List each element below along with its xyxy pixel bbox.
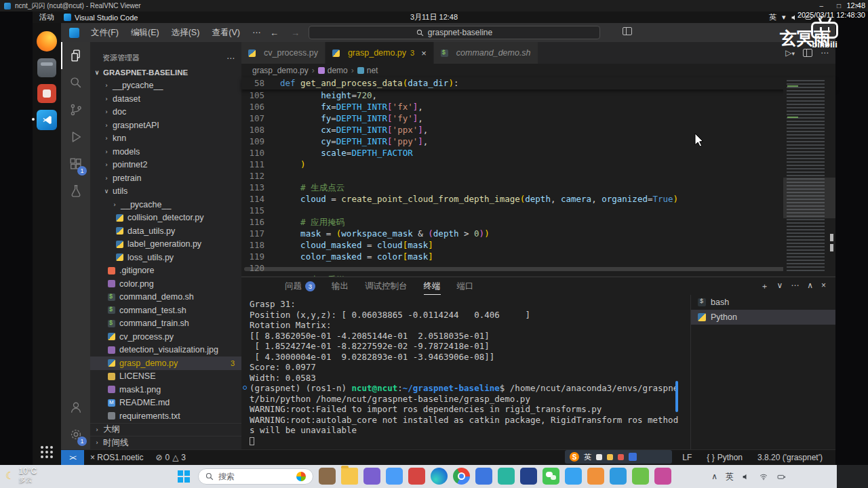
source-control-icon[interactable] [61,96,90,123]
tab-command_demo.sh[interactable]: command_demo.sh [434,42,538,64]
sogou-toolbox-icon[interactable] [629,453,637,461]
explorer-item-GRASPNET-BASELINE[interactable]: ∨GRASPNET-BASELINE [90,66,241,79]
recorder-app-icon[interactable] [37,84,56,103]
explorer-item-pointnet2[interactable]: ›pointnet2 [90,159,241,172]
explorer-item-mask1.png[interactable]: mask1.png [90,383,241,396]
test-explorer-icon[interactable] [61,178,90,205]
vscode-dock-icon[interactable] [37,110,57,130]
code-editor[interactable]: 105 height=720,106 fx=DEPTH_INTR['fx'],1… [241,89,835,277]
explorer-item-command_train.sh[interactable]: command_train.sh [90,317,241,331]
panel-tab-调试控制台[interactable]: 调试控制台 [365,277,408,295]
layout-panel-icon[interactable] [623,27,632,35]
horizontal-scrollbar[interactable] [244,267,787,271]
new-terminal-icon[interactable]: ＋ [760,281,768,292]
terminal-scrollbar[interactable] [675,381,678,412]
code-line-112[interactable]: 112 [241,170,835,182]
menu-编辑(E)[interactable]: 编辑(E) [125,23,165,42]
panel-more-icon[interactable]: ⋯ [791,281,799,292]
explorer-item-大纲[interactable]: ›大纲 [90,423,241,436]
tab-cv_process.py[interactable]: cv_process.py [241,42,326,64]
sogou-input-bar[interactable]: S 英 [565,450,672,464]
keyboard-icon[interactable] [596,454,602,460]
language-status[interactable]: { }Python [701,453,749,462]
chat-app-icon[interactable] [386,468,403,485]
weather-widget[interactable]: ☾ 10°C 多云 [5,467,37,484]
files-app-icon[interactable] [37,58,56,77]
sogou-lang-indicator[interactable]: 英 [584,452,591,462]
panel-tab-终端[interactable]: 终端 [424,277,441,295]
forward-icon[interactable]: → [291,28,300,38]
menu-more[interactable]: ⋯ [246,23,267,42]
volume-icon[interactable] [742,472,751,481]
close-panel-icon[interactable]: × [821,281,826,292]
code-line-108[interactable]: 108 cx=DEPTH_INTR['ppx'], [241,124,835,136]
terminal-profile-dropdown-icon[interactable]: ∨ [776,281,783,292]
code-line-106[interactable]: 106 fx=DEPTH_INTR['fx'], [241,101,835,113]
breadcrumb-demo[interactable]: demo [318,66,348,75]
panel-tab-问题[interactable]: 问题3 [285,277,315,295]
explorer-item-command_demo.sh[interactable]: command_demo.sh [90,291,241,304]
breadcrumb-net[interactable]: net [357,66,378,75]
menu-查看(V)[interactable]: 查看(V) [205,23,246,42]
explorer-item-models[interactable]: ›models [90,145,241,159]
explorer-item-label_generation.py[interactable]: label_generation.py [90,238,241,251]
explorer-item-pretrain[interactable]: ›pretrain [90,171,241,185]
explorer-item-cv_process.py[interactable]: cv_process.py [90,330,241,344]
explorer-view-icon[interactable] [61,42,90,69]
maximize-panel-icon[interactable]: ∧ [807,281,813,292]
minimap[interactable] [783,77,835,277]
qq-icon[interactable] [565,468,582,485]
panel-tab-输出[interactable]: 输出 [332,277,349,295]
command-center-search[interactable]: graspnet-baseline [309,26,600,39]
app-icon-navy[interactable] [520,468,537,485]
eol-status[interactable]: LF [676,453,698,462]
input-method-indicator[interactable]: 英 [769,12,776,22]
sogou-logo-icon[interactable]: S [570,452,579,462]
tab-close-icon[interactable]: × [421,48,427,58]
chrome-browser-icon[interactable] [453,468,470,485]
code-line-110[interactable]: 110 scale=DEPTH_FACTOR [241,147,835,159]
explorer-item-dataset[interactable]: ›dataset [90,92,241,106]
app-icon-red[interactable] [408,468,425,485]
browser-app-icon[interactable] [475,468,492,485]
run-python-file-icon[interactable]: ▷▾ [785,48,795,58]
explorer-item-utils[interactable]: ∨utils [90,185,241,199]
code-line-109[interactable]: 109 cy=DEPTH_INTR['ppy'], [241,136,835,147]
start-button[interactable] [178,470,190,483]
sticky-line[interactable]: 58def get_and_process_data(data_dir): [241,77,835,89]
firefox-icon[interactable] [37,31,57,52]
activities-button[interactable]: 活动 [39,12,54,22]
tab-grasp_demo.py[interactable]: grasp_demo.py3× [326,42,434,64]
explorer-item-grasp_demo.py[interactable]: grasp_demo.py3 [90,357,241,370]
explorer-item-README.md[interactable]: README.md [90,396,241,410]
terminal-instance-Python[interactable]: Python [691,310,835,325]
code-line-107[interactable]: 107 fy=DEPTH_INTR['fy'], [241,113,835,124]
settings-gear-icon[interactable]: 1 [61,421,90,448]
explorer-item-__pycache__[interactable]: ›__pycache__ [90,79,241,93]
code-line-119[interactable]: 119 color_masked = color[mask] [241,251,835,262]
app-icon-blue[interactable] [610,468,627,485]
breadcrumb-grasp_demo.py[interactable]: grasp_demo.py [252,66,309,75]
minimap-slider[interactable] [783,178,835,218]
explorer-item-.gitignore[interactable]: .gitignore [90,264,241,278]
show-desktop-corner[interactable] [837,465,868,488]
file-explorer-icon[interactable] [341,468,358,485]
explorer-more-icon[interactable]: ⋯ [226,54,235,63]
app-icon-green[interactable] [632,468,649,485]
menu-文件(F)[interactable]: 文件(F) [85,23,125,42]
focused-app-menu[interactable]: Visual Studio Code [64,14,138,22]
code-line-116[interactable]: 116 # 应用掩码 [241,216,835,228]
recorder-app-icon[interactable] [319,468,336,485]
explorer-item-loss_utils.py[interactable]: loss_utils.py [90,251,241,264]
code-line-105[interactable]: 105 height=720, [241,89,835,101]
edge-browser-icon[interactable] [431,468,448,485]
app-icon-orange[interactable] [587,468,604,485]
taskbar-tray[interactable]: ∧ 英 [711,465,787,488]
run-debug-icon[interactable] [61,123,90,150]
code-line-118[interactable]: 118 cloud_masked = cloud[mask] [241,239,835,251]
input-language-indicator[interactable]: 英 [726,471,734,483]
show-applications-icon[interactable] [41,446,53,458]
code-line-111[interactable]: 111 ) [241,159,835,170]
code-line-114[interactable]: 114 cloud = create_point_cloud_from_dept… [241,193,835,205]
terminal-output[interactable]: Grasp 31:Position (x,y,z): [ 0.06038865 … [250,299,689,446]
